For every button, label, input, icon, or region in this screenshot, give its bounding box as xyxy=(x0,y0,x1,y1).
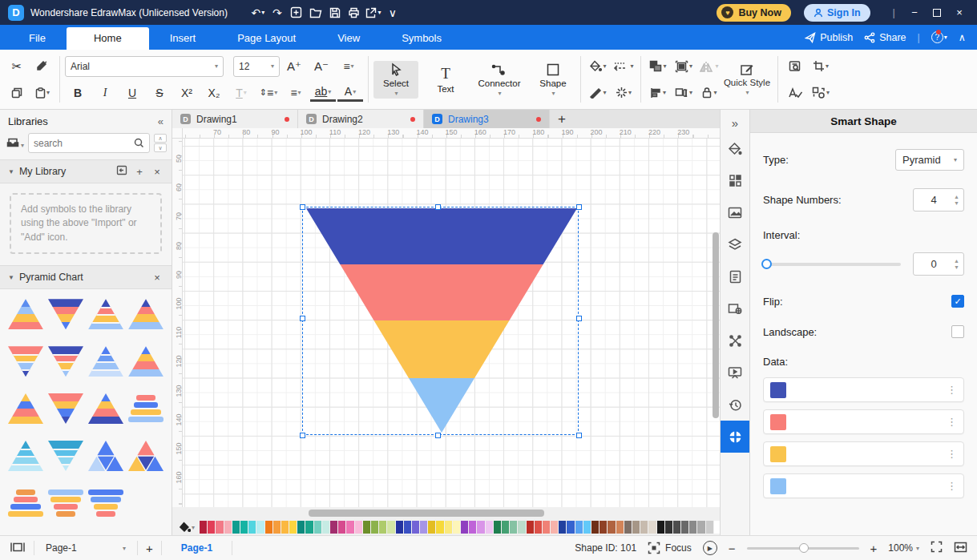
library-shape[interactable] xyxy=(88,346,123,377)
focus-button[interactable]: Focus xyxy=(648,542,692,554)
landscape-checkbox[interactable] xyxy=(951,325,964,338)
tab-drawing1[interactable]: DDrawing1 xyxy=(172,110,298,128)
group-button[interactable]: ▾ xyxy=(672,55,696,78)
palette-color[interactable] xyxy=(502,521,509,534)
palette-color[interactable] xyxy=(404,521,411,534)
save-button[interactable] xyxy=(325,4,345,22)
shape-tool[interactable]: Shape▾ xyxy=(531,61,575,99)
bring-forward-button[interactable]: ▾ xyxy=(646,55,670,78)
palette-color[interactable] xyxy=(265,521,273,534)
library-menu-button[interactable]: ▾ xyxy=(6,136,24,150)
my-library-section-header[interactable]: ▼ My Library + × xyxy=(0,159,172,183)
spelling-check-button[interactable] xyxy=(783,82,807,104)
library-shape[interactable] xyxy=(48,346,83,377)
kebab-menu-icon[interactable]: ⋮ xyxy=(947,480,957,492)
superscript-button[interactable]: X² xyxy=(174,83,200,103)
collapse-panel-button[interactable]: « xyxy=(158,115,164,127)
redo-button[interactable]: ↷ xyxy=(268,4,287,22)
fill-bucket-icon[interactable]: ▾ xyxy=(179,522,195,533)
library-shape[interactable] xyxy=(8,346,43,377)
page-overview-button[interactable] xyxy=(10,542,26,555)
palette-color[interactable] xyxy=(461,521,468,534)
shape-numbers-stepper[interactable]: 4 ▲▼ xyxy=(913,188,964,212)
export-button[interactable]: ▾ xyxy=(364,4,383,22)
sign-in-button[interactable]: Sign In xyxy=(804,4,870,22)
fill-color-button[interactable]: ▾ xyxy=(586,55,610,78)
palette-color[interactable] xyxy=(208,521,215,534)
copy-button[interactable] xyxy=(5,82,29,104)
open-file-button[interactable] xyxy=(306,4,325,22)
selection-handle[interactable] xyxy=(576,204,582,210)
drawing-canvas[interactable] xyxy=(183,139,720,507)
layers-panel-button[interactable] xyxy=(721,228,750,260)
bullet-list-button[interactable]: ≡▾ xyxy=(283,83,309,103)
zoom-out-button[interactable]: − xyxy=(729,542,736,555)
selection-handle[interactable] xyxy=(435,433,441,438)
highlight-color-button[interactable]: ab▾ xyxy=(310,84,336,102)
play-presentation-button[interactable]: ▶ xyxy=(703,541,717,555)
palette-color[interactable] xyxy=(346,521,353,534)
palette-color[interactable] xyxy=(363,521,370,534)
palette-color[interactable] xyxy=(494,521,501,534)
palette-color[interactable] xyxy=(608,521,615,534)
library-shape[interactable] xyxy=(88,488,123,518)
select-tool[interactable]: Select▾ xyxy=(373,61,418,99)
palette-color[interactable] xyxy=(305,521,313,534)
palette-color[interactable] xyxy=(559,521,566,534)
kebab-menu-icon[interactable]: ⋮ xyxy=(947,384,957,396)
notes-panel-button[interactable] xyxy=(721,260,750,292)
palette-color[interactable] xyxy=(527,521,534,534)
zoom-in-button[interactable]: + xyxy=(870,542,878,555)
bold-button[interactable]: B xyxy=(65,83,91,103)
zoom-slider[interactable] xyxy=(747,547,859,550)
align-text-button[interactable]: ≡▾ xyxy=(336,56,361,77)
menu-insert[interactable]: Insert xyxy=(149,27,217,50)
selection-handle[interactable] xyxy=(300,204,305,210)
palette-color[interactable] xyxy=(248,521,256,534)
palette-color[interactable] xyxy=(240,521,248,534)
pen-color-button[interactable]: ▾ xyxy=(586,82,610,104)
palette-color[interactable] xyxy=(322,521,329,534)
palette-color[interactable] xyxy=(681,521,688,534)
print-button[interactable] xyxy=(345,4,364,22)
close-section-button[interactable]: × xyxy=(151,272,164,284)
maximize-button[interactable] xyxy=(926,4,948,22)
palette-color[interactable] xyxy=(640,521,648,534)
palette-color[interactable] xyxy=(469,521,476,534)
palette-color[interactable] xyxy=(256,521,264,534)
palette-color[interactable] xyxy=(567,521,574,534)
library-shape[interactable] xyxy=(8,393,43,424)
picture-panel-button[interactable] xyxy=(721,196,750,228)
paste-button[interactable]: ▾ xyxy=(30,82,55,104)
tab-drawing3[interactable]: DDrawing3 xyxy=(424,110,550,128)
library-shape[interactable] xyxy=(48,299,83,329)
palette-color[interactable] xyxy=(706,521,713,534)
new-document-button[interactable] xyxy=(287,4,306,22)
italic-button[interactable]: I xyxy=(92,83,118,103)
line-spacing-button[interactable]: ⇕≡▾ xyxy=(256,83,281,103)
library-shape[interactable] xyxy=(48,393,83,424)
palette-color[interactable] xyxy=(632,521,640,534)
library-search-box[interactable] xyxy=(28,133,150,153)
palette-color[interactable] xyxy=(330,521,337,534)
menu-file[interactable]: File xyxy=(8,27,67,50)
color-swatch[interactable] xyxy=(770,382,786,398)
selection-box[interactable] xyxy=(302,207,579,435)
publish-button[interactable]: Publish xyxy=(805,32,853,43)
connector-tool[interactable]: Connector▾ xyxy=(473,61,526,99)
selection-handle[interactable] xyxy=(576,433,582,438)
library-shape[interactable] xyxy=(88,393,123,424)
lock-button[interactable]: ▾ xyxy=(697,82,721,104)
smart-connection-panel-button[interactable] xyxy=(721,324,750,357)
expand-strip-button[interactable]: » xyxy=(721,113,750,132)
pyramid-chart-section-header[interactable]: ▼ Pyramid Chart × xyxy=(0,265,172,289)
library-shape[interactable] xyxy=(128,346,164,377)
library-shape[interactable] xyxy=(88,441,123,471)
import-library-button[interactable] xyxy=(115,165,128,178)
palette-color[interactable] xyxy=(379,521,386,534)
palette-color[interactable] xyxy=(697,521,704,534)
palette-color[interactable] xyxy=(616,521,624,534)
library-shape[interactable] xyxy=(8,299,43,329)
page-select[interactable]: Page-1▾ xyxy=(42,542,129,554)
palette-color[interactable] xyxy=(453,521,460,534)
